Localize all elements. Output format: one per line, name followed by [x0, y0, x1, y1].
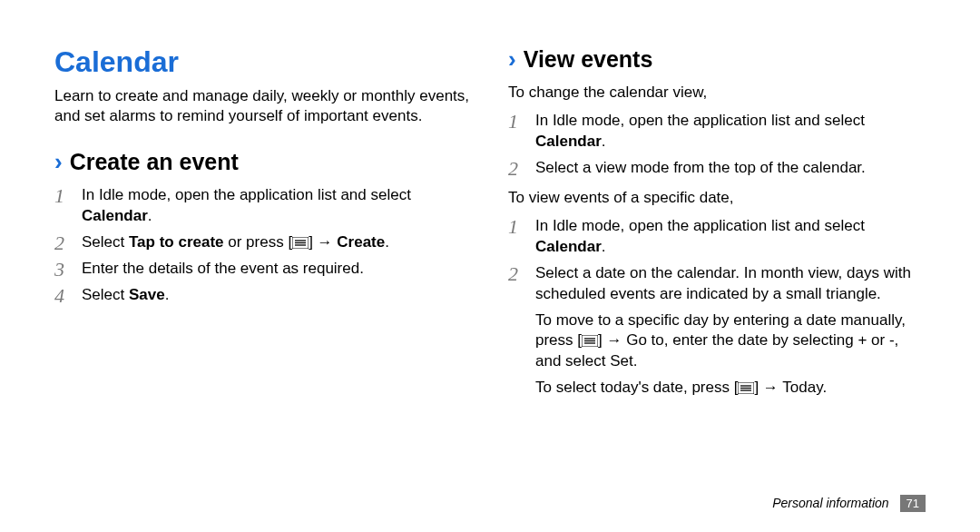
chevron-icon: ›: [54, 148, 63, 176]
step-text: Enter the details of the event as requir…: [82, 259, 472, 280]
intro-paragraph: Learn to create and manage daily, weekly…: [54, 86, 472, 126]
footer-section: Personal information: [772, 496, 888, 510]
subheading-create-text: Create an event: [70, 149, 239, 175]
step-text: Select a date on the calendar. In month …: [535, 263, 926, 305]
step-number: 1: [54, 185, 71, 206]
step-number: 2: [508, 158, 524, 179]
step-item: 2 Select a view mode from the top of the…: [508, 158, 926, 179]
create-steps: 1 In Idle mode, open the application lis…: [54, 185, 472, 306]
view-steps-2: 1 In Idle mode, open the application lis…: [508, 216, 926, 305]
lead-text-2: To view events of a specific date,: [508, 188, 926, 209]
step-item: 2 Select a date on the calendar. In mont…: [508, 263, 926, 305]
extra-note-1: To move to a specific day by entering a …: [535, 310, 926, 373]
extra-note-2: To select today's date, press [] → Today…: [535, 378, 926, 399]
subheading-view: › View events: [508, 45, 926, 74]
step-text: In Idle mode, open the application list …: [535, 216, 926, 258]
step-text: Select Tap to create or press [] → Creat…: [82, 232, 472, 253]
step-item: 1 In Idle mode, open the application lis…: [54, 185, 472, 227]
page-number: 71: [900, 495, 926, 512]
chevron-icon: ›: [508, 45, 516, 74]
step-text: Select Save.: [82, 285, 472, 306]
step-text: In Idle mode, open the application list …: [535, 111, 926, 153]
lead-text: To change the calendar view,: [508, 83, 926, 103]
step-item: 1 In Idle mode, open the application lis…: [508, 216, 926, 258]
step-item: 1 In Idle mode, open the application lis…: [508, 111, 926, 153]
menu-icon: [292, 237, 309, 249]
right-column: › View events To change the calendar vie…: [508, 45, 926, 505]
step-number: 4: [54, 285, 71, 306]
menu-icon: [582, 335, 598, 347]
step-item: 3 Enter the details of the event as requ…: [54, 259, 472, 280]
step-number: 2: [508, 263, 524, 284]
step-number: 1: [508, 111, 524, 132]
subheading-create: › Create an event: [54, 148, 472, 176]
subheading-view-text: View events: [524, 46, 653, 73]
page-footer: Personal information 71: [772, 495, 926, 512]
step-number: 2: [54, 232, 71, 253]
manual-page: Calendar Learn to create and manage dail…: [0, 0, 980, 532]
step-item: 2 Select Tap to create or press [] → Cre…: [54, 232, 472, 253]
step-number: 1: [508, 216, 524, 237]
view-steps-1: 1 In Idle mode, open the application lis…: [508, 111, 926, 179]
step-text: In Idle mode, open the application list …: [82, 185, 472, 227]
step-number: 3: [54, 259, 71, 280]
left-column: Calendar Learn to create and manage dail…: [54, 45, 472, 505]
step-text: Select a view mode from the top of the c…: [535, 158, 926, 179]
step-item: 4 Select Save.: [54, 285, 472, 306]
section-title: Calendar: [54, 45, 472, 79]
menu-icon: [738, 382, 754, 394]
